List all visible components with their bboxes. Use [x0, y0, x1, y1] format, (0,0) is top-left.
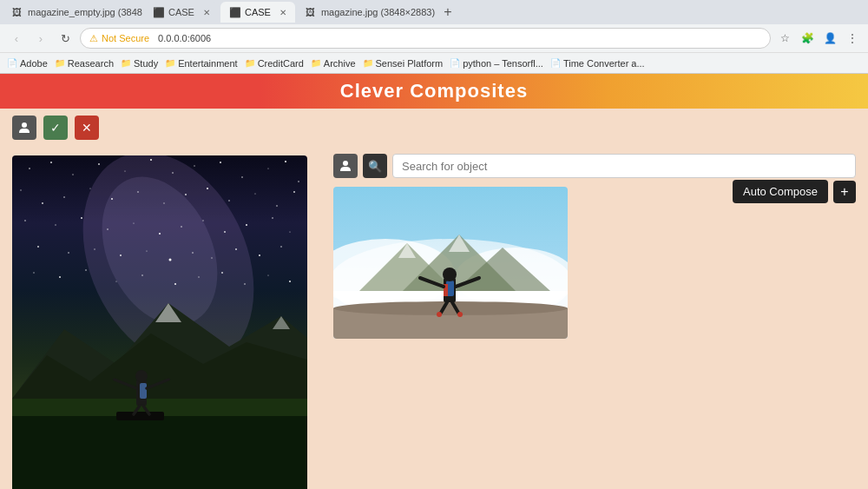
auto-compose-area: Auto Compose +	[733, 180, 856, 203]
svg-point-60	[244, 283, 246, 285]
svg-point-45	[146, 250, 147, 251]
svg-point-20	[111, 198, 113, 200]
bookmark-entertainment[interactable]: 📁 Entertainment	[165, 58, 237, 69]
search-input[interactable]	[392, 154, 856, 178]
tab-3-favicon: ⬛	[229, 7, 240, 17]
bookmark-archive[interactable]: 📁 Archive	[311, 58, 356, 69]
app-header: Clever Composites	[0, 74, 868, 109]
svg-point-49	[235, 248, 237, 250]
svg-point-53	[59, 276, 61, 278]
svg-point-29	[24, 220, 26, 221]
svg-point-43	[94, 248, 95, 249]
svg-point-62	[289, 281, 291, 282]
new-tab-button[interactable]: +	[437, 2, 458, 23]
search-person-icon	[339, 160, 352, 172]
svg-point-7	[124, 170, 125, 171]
tab-4-label: magazine.jpg (3848×2883)	[321, 7, 435, 17]
svg-point-52	[33, 272, 34, 273]
bookmark-adobe-label: Adobe	[20, 58, 48, 69]
bookmark-adobe[interactable]: 📄 Adobe	[7, 58, 48, 69]
check-button[interactable]: ✓	[43, 116, 68, 140]
svg-rect-71	[140, 383, 147, 399]
stars-layer	[12, 155, 307, 489]
bookmark-entertainment-label: Entertainment	[178, 58, 237, 69]
bookmark-entertainment-icon: 📁	[165, 58, 175, 68]
bookmark-time[interactable]: 📄 Time Converter a...	[550, 58, 645, 69]
tab-bar: 🖼 magazine_empty.jpg (3848×... ✕ ⬛ CASE …	[0, 0, 868, 24]
svg-point-57	[174, 283, 176, 285]
tab-1[interactable]: 🖼 magazine_empty.jpg (3848×... ✕	[3, 2, 142, 23]
svg-point-30	[55, 224, 56, 225]
bookmark-creditcard-label: CreditCard	[258, 58, 304, 69]
svg-point-13	[267, 168, 268, 169]
bookmark-archive-label: Archive	[324, 58, 356, 69]
tab-2[interactable]: ⬛ CASE ✕	[144, 2, 219, 23]
bookmark-archive-icon: 📁	[311, 58, 321, 68]
svg-point-41	[37, 246, 39, 248]
svg-point-34	[159, 233, 161, 235]
svg-point-14	[285, 161, 286, 162]
svg-point-10	[194, 165, 194, 166]
svg-point-35	[181, 226, 182, 228]
tab-4-favicon: 🖼	[306, 7, 316, 17]
right-image-container	[333, 187, 568, 339]
bookmark-creditcard[interactable]: 📁 CreditCard	[245, 58, 304, 69]
svg-point-3	[29, 168, 30, 169]
svg-point-36	[202, 220, 203, 221]
svg-point-55	[115, 281, 116, 281]
svg-point-50	[259, 254, 260, 256]
bookmark-research-icon: 📁	[55, 58, 65, 68]
svg-point-33	[133, 222, 134, 223]
tab-3[interactable]: ⬛ CASE ✕	[220, 2, 295, 23]
bookmark-study[interactable]: 📁 Study	[121, 58, 158, 69]
svg-point-26	[254, 193, 255, 194]
svg-point-51	[280, 246, 282, 248]
svg-point-19	[89, 188, 90, 188]
back-button[interactable]: ‹	[7, 29, 26, 48]
bookmark-python[interactable]: 📄 python – Tensorfl...	[450, 58, 543, 69]
search-person-button[interactable]	[333, 154, 358, 178]
svg-point-58	[198, 276, 199, 277]
close-button[interactable]: ✕	[75, 116, 99, 140]
svg-point-38	[246, 224, 247, 226]
svg-point-27	[276, 205, 278, 207]
svg-point-37	[224, 231, 226, 233]
url-bar[interactable]: ⚠ Not Secure 0.0.0.0:6006	[80, 28, 771, 49]
bookmark-research[interactable]: 📁 Reasearch	[55, 58, 114, 69]
url-text: 0.0.0.0:6006	[158, 33, 211, 43]
svg-point-46	[169, 259, 172, 261]
bookmark-adobe-icon: 📄	[7, 58, 17, 68]
menu-button[interactable]: ⋮	[844, 30, 861, 47]
extensions-button[interactable]: 🧩	[799, 30, 816, 47]
background-image-container	[12, 155, 307, 489]
svg-point-28	[293, 191, 295, 193]
auto-compose-button[interactable]: Auto Compose	[733, 180, 828, 203]
svg-point-98	[437, 312, 442, 317]
search-icon-button[interactable]: 🔍	[363, 154, 387, 178]
svg-point-23	[185, 194, 187, 195]
reload-button[interactable]: ↻	[56, 29, 75, 48]
tab-3-close[interactable]: ✕	[279, 8, 286, 17]
bookmark-time-label: Time Converter a...	[563, 58, 645, 69]
svg-point-61	[267, 274, 268, 275]
svg-point-15	[298, 181, 299, 182]
bookmark-creditcard-icon: 📁	[245, 58, 255, 68]
star-button[interactable]: ☆	[776, 30, 793, 47]
svg-point-89	[333, 301, 568, 315]
svg-point-93	[443, 268, 457, 281]
svg-point-4	[50, 162, 52, 163]
toolbar: ✓ ✕	[0, 109, 868, 147]
profile-button[interactable]: 👤	[821, 30, 838, 47]
person-icon	[18, 122, 30, 134]
forward-button[interactable]: ›	[31, 29, 50, 48]
bookmark-python-icon: 📄	[450, 58, 460, 68]
tab-3-label: CASE	[245, 7, 271, 17]
tab-4[interactable]: 🖼 magazine.jpg (3848×2883) ✕	[297, 2, 436, 23]
bookmark-sensei[interactable]: 📁 Sensei Platform	[363, 58, 444, 69]
svg-point-40	[289, 231, 290, 232]
plus-button[interactable]: +	[833, 181, 856, 203]
person-button[interactable]	[12, 116, 36, 140]
svg-point-22	[163, 202, 164, 203]
svg-point-21	[137, 191, 139, 193]
tab-2-close[interactable]: ✕	[203, 8, 210, 17]
